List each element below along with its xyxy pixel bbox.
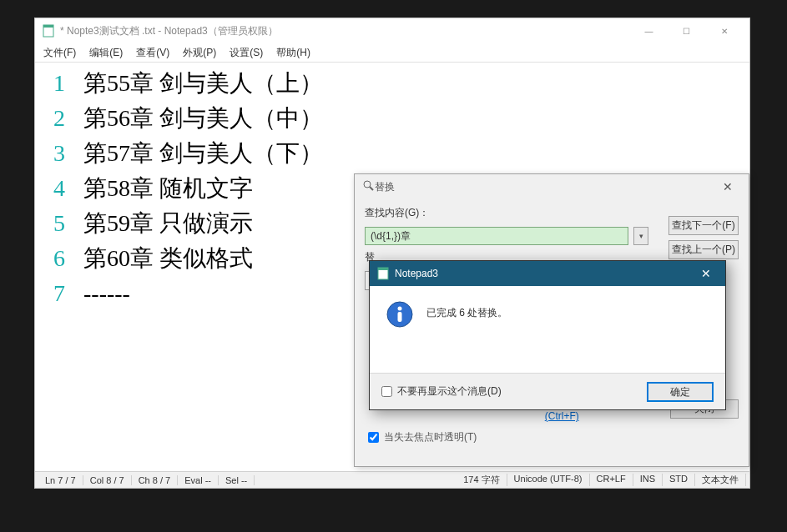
status-sel: Sel -- [219, 475, 255, 485]
find-prev-button[interactable]: 查找上一个(P) [668, 240, 739, 259]
ok-button[interactable]: 确定 [647, 382, 714, 402]
menu-file[interactable]: 文件(F) [38, 44, 81, 62]
replace-titlebar[interactable]: 替换 ✕ [355, 174, 749, 199]
status-ch: Ch 8 / 7 [132, 475, 179, 485]
find-dropdown-button[interactable]: ▾ [633, 227, 648, 245]
info-icon [386, 301, 413, 328]
svg-line-3 [370, 187, 373, 190]
status-ins[interactable]: INS [633, 474, 663, 486]
line-num: 1 [35, 66, 65, 101]
menu-appearance[interactable]: 外观(P) [178, 44, 221, 62]
msgbox-title: Notepad3 [395, 268, 694, 279]
find-input[interactable] [365, 227, 628, 245]
transparent-label: 当失去焦点时透明(T) [384, 430, 477, 444]
line-num: 2 [35, 101, 65, 136]
find-next-button[interactable]: 查找下一个(F) [668, 216, 739, 235]
msgbox-titlebar[interactable]: Notepad3 ✕ [370, 261, 725, 286]
msgbox-close-button[interactable]: ✕ [694, 267, 719, 280]
status-eol[interactable]: CR+LF [590, 474, 633, 486]
line-num: 7 [35, 276, 65, 311]
statusbar: Ln 7 / 7 Col 8 / 7 Ch 8 / 7 Eval -- Sel … [35, 471, 749, 488]
message-box: Notepad3 ✕ 已完成 6 处替换。 不要再显示这个消息(D) 确定 [369, 260, 726, 410]
menu-view[interactable]: 查看(V) [131, 44, 174, 62]
text-line[interactable]: 第57章 剑与美人（下） [83, 136, 749, 171]
notepad-icon [42, 24, 55, 38]
line-gutter: 1 2 3 4 5 6 7 [35, 63, 77, 471]
status-type: 文本文件 [695, 474, 746, 486]
status-chars: 174 字符 [457, 474, 507, 486]
menu-edit[interactable]: 编辑(E) [84, 44, 128, 62]
status-col: Col 8 / 7 [83, 475, 132, 485]
line-num: 5 [35, 206, 65, 241]
line-num: 6 [35, 241, 65, 276]
line-num: 4 [35, 171, 65, 206]
dontshow-row: 不要再显示这个消息(D) [381, 384, 502, 399]
close-button[interactable]: ✕ [705, 19, 743, 43]
svg-point-2 [364, 181, 371, 188]
line-num: 3 [35, 136, 65, 171]
text-line[interactable]: 第55章 剑与美人（上） [83, 66, 749, 101]
replace-icon [363, 180, 375, 194]
svg-rect-1 [43, 25, 53, 28]
msgbox-body: 已完成 6 处替换。 [370, 286, 725, 373]
status-enc[interactable]: Unicode (UTF-8) [507, 474, 590, 486]
dontshow-label: 不要再显示这个消息(D) [397, 384, 502, 399]
replace-side-buttons: 查找下一个(F) 查找上一个(P) [668, 216, 739, 259]
status-eval: Eval -- [178, 475, 219, 485]
svg-rect-5 [378, 268, 388, 270]
svg-rect-8 [398, 312, 402, 322]
replace-close-button[interactable]: ✕ [715, 180, 740, 193]
window-title: * Nopte3测试文档 .txt - Notepad3（管理员权限） [60, 24, 630, 38]
menu-settings[interactable]: 设置(S) [224, 44, 268, 62]
dontshow-checkbox[interactable] [381, 386, 392, 397]
notepad-icon [376, 267, 390, 280]
menubar: 文件(F) 编辑(E) 查看(V) 外观(P) 设置(S) 帮助(H) [35, 43, 749, 62]
status-std: STD [663, 474, 695, 486]
titlebar[interactable]: * Nopte3测试文档 .txt - Notepad3（管理员权限） — ☐ … [35, 18, 749, 43]
text-line[interactable]: 第56章 剑与美人（中） [83, 101, 749, 136]
transparent-checkbox[interactable] [368, 432, 379, 443]
transparent-row: 当失去焦点时透明(T) [368, 430, 739, 444]
status-ln: Ln 7 / 7 [38, 475, 83, 485]
msgbox-footer: 不要再显示这个消息(D) 确定 [370, 373, 725, 409]
minimize-button[interactable]: — [630, 19, 668, 43]
menu-help[interactable]: 帮助(H) [271, 44, 315, 62]
window-controls: — ☐ ✕ [630, 19, 743, 43]
maximize-button[interactable]: ☐ [668, 19, 705, 43]
replace-title: 替换 [375, 180, 715, 194]
msgbox-text: 已完成 6 处替换。 [426, 301, 507, 320]
svg-point-7 [398, 307, 402, 311]
